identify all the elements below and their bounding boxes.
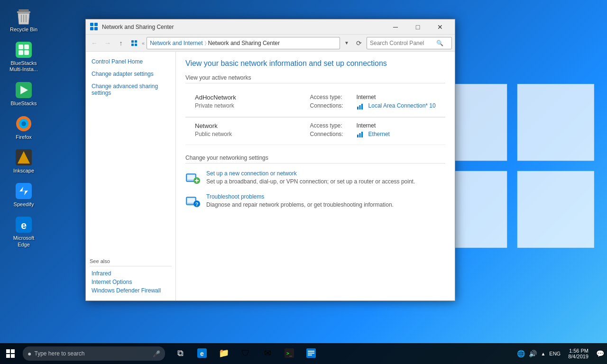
taskbar-tray: 🌐 🔊 ▲ ENG 1:56 PM 8/4/2019 💬	[517, 348, 607, 359]
svg-rect-27	[131, 40, 134, 43]
left-nav: Control Panel Home Change adapter settin…	[86, 52, 176, 300]
network-tray-icon[interactable]: 🌐	[517, 350, 525, 357]
taskbar: ● 🎤 ⧉ e 📁 🛡 ✉	[0, 343, 607, 364]
svg-rect-1	[517, 84, 594, 161]
network-access-value: Internet	[357, 122, 376, 129]
networks-table: AdHocNetwork Private network Access type…	[185, 89, 445, 145]
setup-connection-desc: Set up a broadband, dial-up, or VPN conn…	[206, 178, 415, 185]
troubleshoot-icon: ?	[185, 193, 201, 209]
firefox-icon	[14, 114, 33, 133]
taskbar-shield[interactable]: 🛡	[235, 343, 256, 364]
desktop-icon-edge[interactable]: e Microsoft Edge	[5, 213, 43, 249]
troubleshoot-link[interactable]: Troubleshoot problems	[206, 193, 445, 200]
notification-icon[interactable]: 💬	[596, 350, 604, 357]
back-button[interactable]: ←	[89, 37, 100, 49]
desktop-icon-recycle-bin[interactable]: Recycle Bin	[5, 5, 43, 35]
clock-time: 1:56 PM	[569, 348, 589, 354]
network-conn-link[interactable]: Ethernet	[368, 131, 390, 138]
desktop-icon-bluestacks-multi[interactable]: BlueStacks Multi-Insta...	[5, 38, 43, 74]
breadcrumb-bar: Network and Internet 〉 Network and Shari…	[147, 37, 340, 49]
svg-rect-12	[18, 50, 23, 55]
desktop-icon-speedify[interactable]: Speedify	[5, 180, 43, 209]
svg-rect-47	[11, 349, 15, 353]
action-setup-connection: Set up a new connection or network Set u…	[185, 170, 445, 186]
taskbar-mail[interactable]: ✉	[257, 343, 278, 364]
change-settings-header: Change your networking settings	[185, 155, 445, 164]
network-access-row: Access type: Internet	[310, 122, 438, 129]
chevron-tray-icon[interactable]: ▲	[541, 351, 545, 356]
taskbar-apps: ⧉ e 📁 🛡 ✉ >_	[170, 343, 322, 364]
see-also-label: See also	[90, 258, 172, 266]
speedify-label: Speedify	[14, 201, 34, 208]
inkscape-icon	[14, 148, 33, 167]
svg-rect-24	[94, 23, 98, 26]
desktop-icon-firefox[interactable]: Firefox	[5, 112, 43, 142]
minimize-button[interactable]: ─	[385, 19, 406, 35]
close-button[interactable]: ✕	[429, 19, 451, 35]
svg-text:?: ?	[195, 202, 198, 207]
svg-rect-31	[357, 107, 359, 109]
content-area: Control Panel Home Change adapter settin…	[86, 52, 455, 300]
nav-infrared[interactable]: Infrared	[90, 269, 172, 278]
breadcrumb-network-internet[interactable]: Network and Internet	[150, 40, 202, 46]
breadcrumb-current: Network and Sharing Center	[208, 40, 280, 46]
window-title: Network and Sharing Center	[102, 24, 385, 30]
edge-icon: e	[14, 215, 33, 234]
adhoc-access-row: Access type: Internet	[310, 94, 438, 100]
network-name: Network	[195, 122, 295, 129]
svg-text:e: e	[21, 219, 27, 231]
troubleshoot-text: Troubleshoot problems Diagnose and repai…	[206, 193, 445, 209]
maximize-button[interactable]: □	[407, 19, 429, 35]
svg-rect-49	[11, 354, 15, 358]
taskbar-search-icon: ●	[28, 350, 31, 357]
network-conn-icon	[357, 131, 365, 138]
terminal-icon: >_	[285, 348, 294, 358]
nav-control-panel-home[interactable]: Control Panel Home	[90, 57, 172, 66]
speaker-tray-icon[interactable]: 🔊	[529, 350, 537, 357]
recycle-bin-icon	[14, 7, 33, 26]
svg-rect-3	[517, 171, 594, 248]
up-button[interactable]: ↑	[115, 37, 127, 49]
breadcrumb-separator: 〉	[205, 40, 206, 46]
nav-change-adapter[interactable]: Change adapter settings	[90, 70, 172, 78]
desktop-icon-bluestacks[interactable]: BlueStacks	[5, 79, 43, 109]
breadcrumb-dropdown-button[interactable]: ▼	[342, 37, 351, 49]
window-controls: ─ □ ✕	[385, 19, 451, 35]
svg-rect-25	[90, 27, 93, 30]
svg-rect-4	[18, 9, 29, 11]
svg-rect-13	[24, 50, 29, 55]
breadcrumb-chevron-left: «	[142, 40, 145, 46]
taskbar-search-box[interactable]: ● 🎤	[23, 346, 165, 361]
taskbar-search-input[interactable]	[34, 350, 148, 357]
start-button[interactable]	[0, 343, 21, 364]
network-access-label: Access type:	[310, 122, 353, 129]
svg-rect-29	[131, 44, 134, 46]
taskbar-explorer[interactable]: 📁	[213, 343, 234, 364]
svg-rect-38	[187, 175, 195, 180]
setup-connection-link[interactable]: Set up a new connection or network	[206, 170, 445, 177]
taskbar-terminal[interactable]: >_	[279, 343, 300, 364]
svg-rect-33	[361, 104, 363, 109]
svg-rect-35	[359, 133, 360, 137]
task-view-icon: ⧉	[177, 348, 184, 358]
adhoc-conn-link[interactable]: Local Area Connection* 10	[368, 102, 436, 110]
taskbar-task-view[interactable]: ⧉	[170, 343, 191, 364]
search-input[interactable]	[370, 40, 436, 46]
svg-rect-9	[16, 42, 32, 58]
nav-internet-options[interactable]: Internet Options	[90, 278, 172, 286]
nav-change-advanced[interactable]: Change advanced sharing settings	[90, 82, 172, 97]
nav-windows-defender-firewall[interactable]: Windows Defender Firewall	[90, 286, 172, 295]
svg-rect-55	[308, 351, 314, 352]
taskbar-app6[interactable]	[301, 343, 322, 364]
recycle-bin-label: Recycle Bin	[10, 27, 37, 33]
svg-rect-34	[357, 135, 359, 137]
forward-button[interactable]: →	[102, 37, 113, 49]
desktop-icon-inkscape[interactable]: Inkscape	[5, 146, 43, 176]
search-bar: 🔍	[367, 37, 452, 49]
refresh-button[interactable]: ⟳	[353, 37, 365, 49]
breadcrumb-icon-btn[interactable]	[129, 37, 140, 49]
taskbar-clock[interactable]: 1:56 PM 8/4/2019	[564, 348, 592, 359]
svg-rect-46	[6, 349, 10, 353]
svg-rect-32	[359, 105, 360, 109]
taskbar-edge[interactable]: e	[192, 343, 212, 364]
